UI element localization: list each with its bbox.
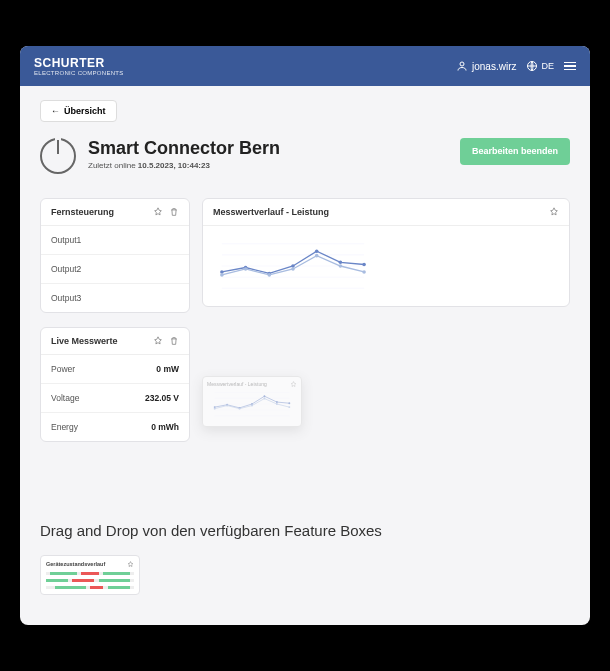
svg-point-32 (288, 402, 290, 404)
brand-name: SCHURTER (34, 56, 124, 70)
app-window: SCHURTER ELECTRONIC COMPONENTS jonas.wir… (20, 46, 590, 625)
arrow-left-icon: ← (51, 106, 60, 116)
edit-button[interactable]: Bearbeiten beenden (460, 138, 570, 165)
available-feature-box[interactable]: Gerätezustandsverlauf (40, 555, 140, 595)
state-timeline (46, 572, 134, 589)
brand-sub: ELECTRONIC COMPONENTS (34, 70, 124, 76)
card-title: Fernsteuerung (51, 207, 114, 217)
svg-point-33 (214, 408, 216, 410)
svg-point-19 (339, 264, 343, 268)
live-row: Power0 mW (41, 355, 189, 384)
section-heading: Drag and Drop von den verfügbaren Featur… (40, 522, 570, 539)
trash-icon[interactable] (169, 207, 179, 217)
chart-title: Messwertverlauf - Leistung (213, 207, 329, 217)
mini-card-title: Gerätezustandsverlauf (46, 561, 105, 568)
live-values-card[interactable]: Live Messwerte Power0 mW Voltage232.05 V… (40, 327, 190, 442)
output-row[interactable]: Output2 (41, 255, 189, 284)
svg-point-11 (315, 249, 319, 253)
svg-point-18 (315, 254, 319, 258)
trash-icon[interactable] (169, 336, 179, 346)
svg-point-35 (239, 408, 241, 410)
svg-point-12 (339, 261, 343, 265)
last-online: Zuletzt online 10.5.2023, 10:44:23 (88, 161, 280, 170)
topbar: SCHURTER ELECTRONIC COMPONENTS jonas.wir… (20, 46, 590, 86)
language-label: DE (541, 61, 554, 71)
svg-point-30 (264, 395, 266, 397)
svg-point-16 (268, 273, 272, 277)
back-label: Übersicht (64, 106, 106, 116)
svg-point-39 (288, 406, 290, 408)
svg-point-37 (264, 398, 266, 400)
svg-point-31 (276, 401, 278, 403)
power-icon (40, 138, 76, 174)
svg-point-36 (251, 405, 253, 407)
svg-point-0 (460, 62, 464, 66)
pin-icon[interactable] (153, 336, 163, 346)
svg-point-13 (362, 263, 366, 267)
dragging-ghost-card[interactable]: Messwertverlauf - Leistung (202, 376, 302, 427)
chart-area (203, 226, 569, 306)
user-icon (456, 60, 468, 72)
live-row: Energy0 mWh (41, 413, 189, 441)
back-button[interactable]: ← Übersicht (40, 100, 117, 122)
user-menu[interactable]: jonas.wirz (456, 60, 516, 72)
user-name: jonas.wirz (472, 61, 516, 72)
svg-point-38 (276, 403, 278, 405)
live-row: Voltage232.05 V (41, 384, 189, 413)
brand-logo: SCHURTER ELECTRONIC COMPONENTS (34, 56, 124, 76)
language-switcher[interactable]: DE (526, 60, 554, 72)
svg-point-14 (220, 273, 224, 277)
remote-control-card[interactable]: Fernsteuerung Output1 Output2 Output3 (40, 198, 190, 313)
card-title: Live Messwerte (51, 336, 118, 346)
svg-point-17 (291, 267, 295, 271)
output-row[interactable]: Output3 (41, 284, 189, 312)
svg-point-20 (362, 270, 366, 274)
page-title: Smart Connector Bern (88, 138, 280, 159)
pin-icon[interactable] (153, 207, 163, 217)
globe-icon (526, 60, 538, 72)
menu-button[interactable] (564, 62, 576, 71)
pin-icon (290, 381, 297, 388)
svg-point-34 (226, 405, 228, 407)
chart-card[interactable]: Messwertverlauf - Leistung (202, 198, 570, 307)
output-row[interactable]: Output1 (41, 226, 189, 255)
pin-icon (127, 561, 134, 568)
svg-point-15 (244, 267, 248, 271)
pin-icon[interactable] (549, 207, 559, 217)
